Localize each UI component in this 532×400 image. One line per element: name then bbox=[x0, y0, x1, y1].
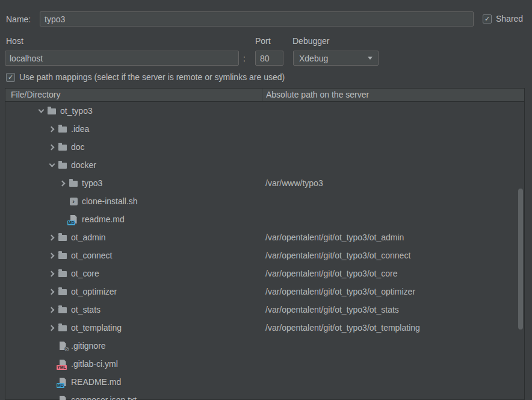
file-tree-rows: ot_typo3.ideadocdockertypo3/var/www/typo… bbox=[5, 102, 524, 400]
chevron-down-icon[interactable] bbox=[49, 161, 55, 167]
chevron-right-icon[interactable] bbox=[48, 144, 54, 150]
server-path: /var/opentalent/git/ot_typo3/ot_connect bbox=[265, 251, 410, 260]
txt-icon bbox=[58, 395, 67, 400]
server-path: /var/opentalent/git/ot_typo3/ot_admin bbox=[265, 233, 404, 242]
folder-icon bbox=[58, 160, 67, 170]
table-row[interactable]: ot_typo3 bbox=[5, 102, 524, 120]
path-mappings-table: File/Directory Absolute path on the serv… bbox=[5, 88, 525, 400]
table-row[interactable]: .idea bbox=[5, 120, 524, 138]
vertical-scrollbar-thumb[interactable] bbox=[518, 189, 523, 330]
chevron-down-icon bbox=[368, 57, 373, 60]
expander-slot bbox=[47, 236, 57, 240]
file-name: .idea bbox=[71, 124, 89, 134]
file-name: docker bbox=[71, 160, 96, 170]
folder-icon bbox=[58, 251, 67, 260]
chevron-right-icon[interactable] bbox=[48, 270, 54, 277]
chevron-down-icon[interactable] bbox=[38, 107, 44, 113]
table-row[interactable]: docker bbox=[5, 156, 524, 174]
shell-icon: › bbox=[69, 196, 78, 206]
table-row[interactable]: ot_connect/var/opentalent/git/ot_typo3/o… bbox=[5, 246, 524, 264]
table-row[interactable]: composer.json.txt bbox=[5, 391, 524, 400]
name-label: Name: bbox=[6, 14, 31, 24]
table-row[interactable]: ot_admin/var/opentalent/git/ot_typo3/ot_… bbox=[5, 228, 524, 246]
file-name: ot_connect bbox=[71, 251, 113, 260]
table-row[interactable]: YML.gitlab-ci.yml bbox=[5, 355, 524, 373]
file-name: ot_stats bbox=[71, 305, 101, 314]
checkbox-checked-icon[interactable]: ✓ bbox=[483, 14, 492, 23]
chevron-right-icon[interactable] bbox=[48, 307, 54, 313]
folder-icon bbox=[58, 233, 67, 242]
file-name: ot_templating bbox=[71, 323, 122, 333]
folder-icon bbox=[47, 106, 57, 116]
table-row[interactable]: ot_templating/var/opentalent/git/ot_typo… bbox=[5, 319, 524, 337]
name-input[interactable] bbox=[40, 11, 474, 27]
file-name: clone-install.sh bbox=[82, 196, 138, 206]
expander-slot bbox=[36, 110, 46, 112]
use-path-mappings-checkbox[interactable]: ✓ Use path mappings (select if the serve… bbox=[6, 72, 285, 82]
expander-slot bbox=[47, 308, 57, 312]
expander-slot bbox=[47, 254, 57, 258]
port-input[interactable] bbox=[255, 51, 283, 66]
folder-icon bbox=[69, 178, 78, 188]
column-header-absolute-path: Absolute path on the server bbox=[262, 89, 524, 101]
chevron-right-icon[interactable] bbox=[48, 325, 54, 331]
server-path: /var/www/typo3 bbox=[265, 178, 323, 188]
file-name: ot_typo3 bbox=[60, 106, 93, 116]
table-row[interactable]: ⊘.gitignore bbox=[5, 337, 524, 355]
shared-label: Shared bbox=[496, 14, 523, 23]
shared-checkbox[interactable]: ✓ Shared bbox=[483, 14, 523, 23]
table-row[interactable]: ot_optimizer/var/opentalent/git/ot_typo3… bbox=[5, 283, 524, 301]
file-name: composer.json.txt bbox=[71, 395, 137, 400]
file-name: doc bbox=[71, 142, 85, 152]
table-row[interactable]: MDreadme.md bbox=[5, 210, 524, 228]
column-header-file-directory: File/Directory bbox=[5, 89, 262, 101]
file-name: readme.md bbox=[82, 214, 125, 224]
file-name: typo3 bbox=[82, 178, 102, 188]
folder-icon bbox=[58, 305, 67, 314]
table-row[interactable]: ›clone-install.sh bbox=[5, 192, 524, 210]
debugger-selected-value: Xdebug bbox=[299, 54, 328, 63]
table-row[interactable]: typo3/var/www/typo3 bbox=[5, 174, 524, 192]
md-icon: MD bbox=[69, 214, 78, 224]
file-name: ot_optimizer bbox=[71, 287, 117, 296]
expander-slot bbox=[47, 290, 57, 294]
server-path: /var/opentalent/git/ot_typo3/ot_optimize… bbox=[265, 287, 415, 296]
table-row[interactable]: doc bbox=[5, 138, 524, 156]
chevron-right-icon[interactable] bbox=[48, 126, 54, 132]
expander-slot bbox=[47, 326, 57, 330]
file-name: README.md bbox=[71, 377, 121, 387]
file-name: .gitlab-ci.yml bbox=[71, 359, 118, 369]
folder-icon bbox=[58, 269, 67, 278]
host-port-separator: : bbox=[243, 54, 246, 63]
chevron-right-icon[interactable] bbox=[48, 252, 54, 258]
yml-icon: YML bbox=[58, 359, 67, 369]
expander-slot bbox=[47, 127, 57, 131]
file-name: .gitignore bbox=[71, 341, 106, 351]
ignored-icon: ⊘ bbox=[58, 341, 67, 351]
expander-slot bbox=[47, 164, 57, 166]
chevron-right-icon[interactable] bbox=[48, 289, 54, 295]
server-path: /var/opentalent/git/ot_typo3/ot_templati… bbox=[265, 323, 420, 333]
folder-icon bbox=[58, 323, 67, 333]
folder-icon bbox=[58, 124, 67, 134]
md-icon: MD bbox=[58, 377, 67, 387]
file-name: ot_admin bbox=[71, 233, 106, 242]
table-row[interactable]: MDREADME.md bbox=[5, 373, 524, 391]
checkbox-checked-icon[interactable]: ✓ bbox=[6, 73, 15, 82]
folder-icon bbox=[58, 287, 67, 296]
table-row[interactable]: ot_core/var/opentalent/git/ot_typo3/ot_c… bbox=[5, 264, 524, 283]
table-row[interactable]: ot_stats/var/opentalent/git/ot_typo3/ot_… bbox=[5, 301, 524, 319]
server-path: /var/opentalent/git/ot_typo3/ot_stats bbox=[265, 305, 399, 314]
file-name: ot_core bbox=[71, 269, 99, 278]
folder-icon bbox=[58, 142, 67, 152]
host-input[interactable] bbox=[5, 51, 239, 66]
expander-slot bbox=[47, 272, 57, 276]
expander-slot bbox=[58, 181, 67, 186]
chevron-right-icon[interactable] bbox=[48, 234, 54, 240]
debugger-select[interactable]: Xdebug bbox=[293, 51, 379, 66]
server-path: /var/opentalent/git/ot_typo3/ot_core bbox=[265, 269, 397, 278]
table-header: File/Directory Absolute path on the serv… bbox=[5, 89, 524, 102]
debugger-label: Debugger bbox=[292, 36, 330, 46]
use-path-mappings-label: Use path mappings (select if the server … bbox=[19, 72, 285, 82]
chevron-right-icon[interactable] bbox=[59, 180, 65, 186]
